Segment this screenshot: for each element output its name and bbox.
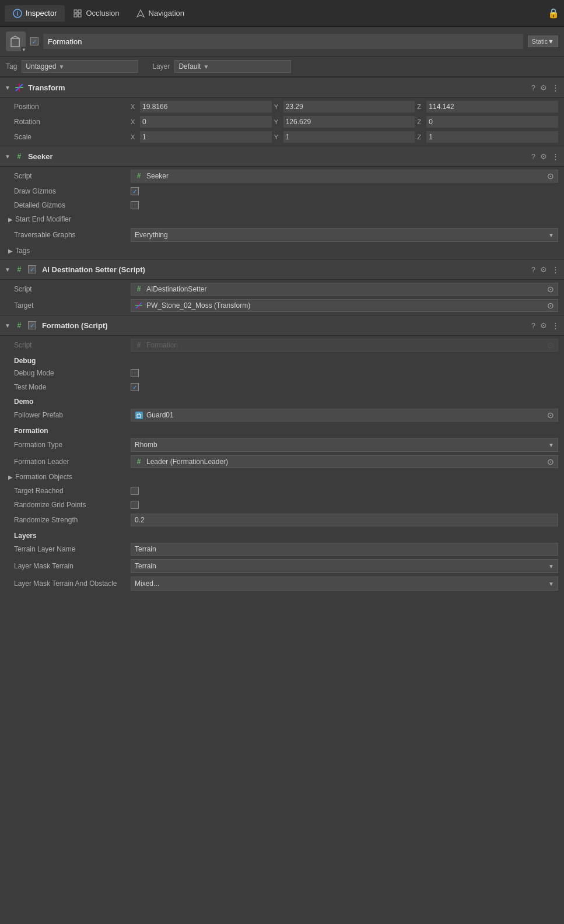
formation-help-btn[interactable]: ? [531, 321, 535, 330]
tags-arrow: ▶ [8, 248, 13, 254]
pos-x-input[interactable] [140, 101, 272, 113]
start-end-modifier-row[interactable]: ▶ Start End Modifier [0, 212, 564, 226]
ai-dest-settings-btn[interactable]: ⚙ [540, 265, 547, 274]
tag-dropdown-arrow: ▼ [58, 64, 64, 70]
rot-z-input[interactable] [426, 116, 558, 128]
layer-mask-terrain-dropdown[interactable]: Terrain ▼ [131, 559, 558, 573]
detailed-gizmos-row: Detailed Gizmos [0, 198, 564, 212]
gameobject-name-input[interactable] [43, 34, 523, 49]
svg-rect-3 [78, 10, 81, 13]
gameobject-enabled-checkbox[interactable] [30, 37, 38, 45]
formation-type-label: Formation Type [14, 441, 131, 449]
ai-dest-collapse-arrow[interactable]: ▼ [5, 266, 10, 273]
layer-mask-terrain-arrow: ▼ [548, 563, 554, 570]
svg-rect-6 [11, 38, 19, 47]
traversable-graphs-dropdown[interactable]: Everything ▼ [131, 228, 558, 242]
terrain-layer-name-input[interactable] [131, 543, 558, 556]
seeker-settings-btn[interactable]: ⚙ [540, 152, 547, 161]
tab-inspector[interactable]: i Inspector [5, 5, 65, 22]
seeker-collapse-arrow[interactable]: ▼ [5, 153, 10, 160]
seeker-script-picker[interactable]: ⊙ [547, 171, 554, 181]
rot-x-label: X [131, 118, 138, 125]
formation-collapse-arrow[interactable]: ▼ [5, 322, 10, 329]
inspector-icon: i [13, 9, 22, 18]
rot-y-label: Y [274, 118, 281, 125]
layer-mask-obstacle-label: Layer Mask Terrain And Obstacle [14, 579, 131, 588]
tag-label: Tag [6, 62, 17, 71]
ai-dest-title: AI Destination Setter (Script) [42, 265, 528, 274]
formation-type-row: Formation Type Rhomb ▼ [0, 436, 564, 454]
formation-leader-label: Formation Leader [14, 458, 131, 466]
scale-y-input[interactable] [283, 131, 415, 143]
formation-objects-label: Formation Objects [15, 473, 72, 481]
layer-mask-obstacle-arrow: ▼ [548, 581, 554, 587]
svg-rect-4 [74, 14, 77, 17]
rot-y-input[interactable] [283, 116, 415, 128]
formation-script-hash-icon: # [135, 341, 143, 349]
formation-section-header: ▼ # Formation (Script) ? ⚙ ⋮ [0, 315, 564, 336]
transform-collapse-arrow[interactable]: ▼ [5, 85, 10, 91]
ai-dest-target-picker[interactable]: ⊙ [547, 301, 554, 310]
scale-z-input[interactable] [426, 131, 558, 143]
traversable-graphs-label: Traversable Graphs [14, 231, 131, 239]
rot-z-label: Z [417, 118, 424, 125]
terrain-layer-name-label: Terrain Layer Name [14, 545, 131, 553]
seeker-more-btn[interactable]: ⋮ [552, 152, 559, 161]
go-cube-arrow[interactable]: ▼ [21, 47, 27, 52]
transform-title: Transform [28, 83, 528, 92]
seeker-help-btn[interactable]: ? [531, 152, 535, 161]
tab-navigation[interactable]: Navigation [128, 5, 192, 22]
seeker-script-icon: # [14, 151, 24, 161]
test-mode-checkbox[interactable] [131, 383, 139, 391]
target-reached-checkbox[interactable] [131, 487, 139, 495]
draw-gizmos-checkbox[interactable] [131, 187, 139, 195]
randomize-strength-input[interactable] [131, 514, 558, 526]
seeker-script-ref: # Seeker ⊙ [131, 170, 558, 182]
formation-group-label: Formation [0, 423, 564, 436]
transform-settings-btn[interactable]: ⚙ [540, 83, 547, 92]
debug-mode-checkbox[interactable] [131, 369, 139, 377]
layer-mask-obstacle-dropdown[interactable]: Mixed... ▼ [131, 577, 558, 591]
formation-leader-row: Formation Leader # Leader (FormationLead… [0, 454, 564, 470]
formation-type-dropdown[interactable]: Rhomb ▼ [131, 438, 558, 452]
formation-script-label: Script [14, 341, 131, 349]
formation-more-btn[interactable]: ⋮ [552, 321, 559, 330]
gameobject-header: ▼ Static ▼ [0, 27, 564, 57]
follower-prefab-ref: Guard01 ⊙ [131, 409, 558, 421]
ai-dest-script-picker[interactable]: ⊙ [547, 284, 554, 294]
tag-dropdown[interactable]: Untagged ▼ [22, 60, 138, 73]
static-button[interactable]: Static ▼ [528, 36, 558, 47]
tags-row[interactable]: ▶ Tags [0, 244, 564, 258]
randomize-grid-checkbox[interactable] [131, 501, 139, 509]
scale-label: Scale [14, 133, 131, 141]
detailed-gizmos-checkbox[interactable] [131, 201, 139, 209]
formation-script-picker[interactable]: ⊙ [547, 340, 554, 350]
formation-enabled-checkbox[interactable] [28, 321, 36, 329]
static-dropdown-arrow[interactable]: ▼ [548, 38, 554, 45]
lock-icon[interactable]: 🔒 [548, 8, 559, 19]
follower-prefab-picker[interactable]: ⊙ [547, 410, 554, 420]
scale-x-input[interactable] [140, 131, 272, 143]
traversable-graphs-arrow: ▼ [548, 232, 554, 238]
randomize-strength-label: Randomize Strength [14, 516, 131, 524]
formation-properties: Script # Formation ⊙ Debug Debug Mode Te… [0, 336, 564, 593]
rot-x-input[interactable] [140, 116, 272, 128]
start-end-modifier-label: Start End Modifier [15, 215, 71, 223]
ai-dest-enabled-checkbox[interactable] [28, 265, 36, 273]
pos-y-label: Y [274, 103, 281, 110]
formation-objects-row[interactable]: ▶ Formation Objects [0, 470, 564, 484]
ai-dest-more-btn[interactable]: ⋮ [552, 265, 559, 274]
detailed-gizmos-label: Detailed Gizmos [14, 201, 131, 209]
pos-y-input[interactable] [283, 101, 415, 113]
rotation-row: Rotation X Y Z [0, 114, 564, 129]
pos-z-input[interactable] [426, 101, 558, 113]
follower-prefab-row: Follower Prefab Guard01 ⊙ [0, 407, 564, 423]
tab-occlusion[interactable]: Occlusion [65, 5, 127, 22]
layer-dropdown[interactable]: Default ▼ [174, 60, 291, 73]
transform-help-btn[interactable]: ? [531, 83, 535, 92]
seeker-script-name: Seeker [146, 172, 544, 180]
formation-leader-picker[interactable]: ⊙ [547, 457, 554, 466]
transform-more-btn[interactable]: ⋮ [552, 83, 559, 92]
formation-settings-btn[interactable]: ⚙ [540, 321, 547, 330]
ai-dest-help-btn[interactable]: ? [531, 265, 535, 274]
